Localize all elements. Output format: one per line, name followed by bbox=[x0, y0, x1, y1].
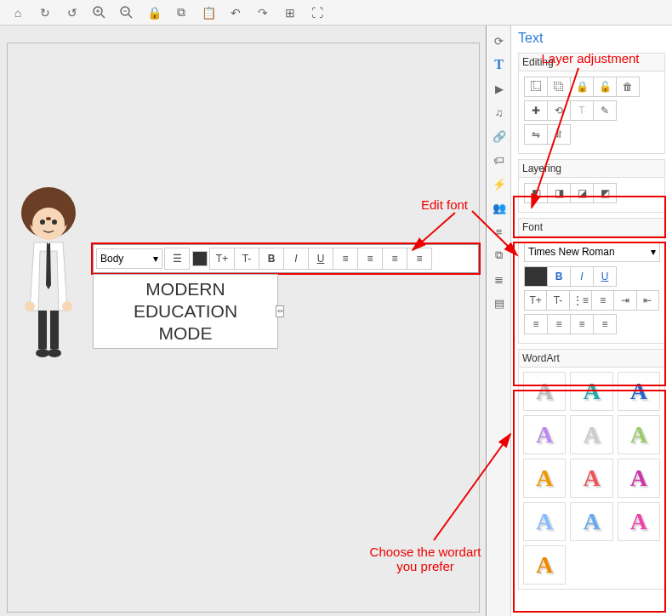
redo-icon[interactable]: ↻ bbox=[31, 3, 59, 23]
svg-point-10 bbox=[32, 208, 65, 240]
resize-handle-icon[interactable]: ⇔ bbox=[276, 305, 284, 317]
svg-point-13 bbox=[46, 217, 51, 220]
annotation-wordart: Choose the wordart you prefer bbox=[357, 545, 493, 573]
zoom-in-icon[interactable] bbox=[86, 3, 113, 23]
lock-icon[interactable]: 🔒 bbox=[570, 77, 594, 97]
panel-title: Text bbox=[518, 31, 665, 46]
users-icon[interactable]: 👥 bbox=[489, 197, 510, 219]
rotate-icon[interactable]: ⟲ bbox=[547, 100, 571, 121]
unlock-icon[interactable]: 🔓 bbox=[593, 77, 617, 97]
svg-point-11 bbox=[40, 220, 45, 225]
link-icon[interactable]: 🔗 bbox=[489, 125, 510, 147]
text-line: MODE bbox=[159, 322, 213, 345]
select-all-icon[interactable]: ⊞ bbox=[276, 3, 304, 23]
annotation-editfont: Edit font bbox=[421, 197, 468, 212]
svg-line-5 bbox=[128, 14, 132, 18]
layers-icon[interactable]: ⧉ bbox=[489, 244, 510, 266]
text-icon[interactable]: T bbox=[570, 100, 594, 121]
redo2-icon[interactable]: ↷ bbox=[249, 3, 276, 23]
side-toolbar: ⟳ T ▶ ♫ 🔗 🏷 ⚡ 👥 ≡ ⧉ ≣ ▤ bbox=[487, 26, 511, 616]
tag-icon[interactable]: 🏷 bbox=[489, 149, 510, 171]
undo2-icon[interactable]: ↶ bbox=[222, 3, 249, 23]
delete-icon[interactable]: 🗑 bbox=[616, 77, 640, 97]
svg-point-17 bbox=[48, 349, 61, 357]
layering-highlight bbox=[513, 196, 666, 238]
svg-point-12 bbox=[52, 220, 57, 225]
text-box[interactable]: MODERN EDUCATION MODE ⇔ bbox=[93, 274, 278, 349]
text-tool-icon[interactable]: T bbox=[489, 54, 510, 76]
copy-icon[interactable]: ⧉ bbox=[168, 3, 195, 23]
annotation-layer: Layer adjustment bbox=[514, 51, 667, 66]
font-highlight bbox=[513, 242, 666, 386]
svg-point-16 bbox=[36, 349, 49, 357]
lock-icon[interactable]: 🔒 bbox=[140, 3, 168, 23]
editing-section: ⿺ ⿻ 🔒 🔓 🗑 ✚ ⟲ T ✎ ⇋ ⥯ bbox=[518, 71, 665, 154]
text-line: EDUCATION bbox=[134, 300, 237, 322]
svg-point-18 bbox=[25, 301, 35, 311]
zoom-out-icon[interactable] bbox=[113, 3, 140, 23]
grid-icon[interactable]: ▤ bbox=[489, 292, 510, 314]
add-icon[interactable]: ✚ bbox=[524, 100, 548, 121]
list-icon[interactable]: ≡ bbox=[489, 220, 510, 242]
text-line: MODERN bbox=[145, 278, 225, 300]
top-toolbar: ⌂ ↻ ↺ 🔒 ⧉ 📋 ↶ ↷ ⊞ ⛶ bbox=[0, 0, 672, 26]
svg-point-19 bbox=[62, 301, 72, 311]
svg-rect-14 bbox=[38, 311, 47, 349]
lines-icon[interactable]: ≣ bbox=[489, 268, 510, 290]
video-icon[interactable]: ▶ bbox=[489, 77, 510, 100]
paste-icon[interactable]: 📋 bbox=[195, 3, 222, 23]
brush-icon[interactable]: ✎ bbox=[593, 100, 617, 121]
svg-line-1 bbox=[101, 14, 105, 18]
flip-h-icon[interactable]: ⇋ bbox=[524, 124, 548, 145]
edit-font-highlight bbox=[91, 242, 481, 275]
group-icon[interactable]: ⿺ bbox=[524, 77, 548, 97]
svg-rect-15 bbox=[50, 311, 59, 349]
refresh-icon[interactable]: ⟳ bbox=[489, 30, 510, 52]
music-icon[interactable]: ♫ bbox=[489, 101, 510, 123]
home-icon[interactable]: ⌂ bbox=[4, 3, 31, 23]
flip-v-icon[interactable]: ⥯ bbox=[547, 124, 571, 145]
character-clipart[interactable] bbox=[13, 183, 85, 362]
layering-section-header: Layering bbox=[518, 159, 665, 177]
wordart-highlight bbox=[513, 390, 666, 613]
ungroup-icon[interactable]: ⿻ bbox=[547, 77, 571, 97]
flash-icon[interactable]: ⚡ bbox=[489, 173, 510, 195]
undo-icon[interactable]: ↺ bbox=[59, 3, 86, 23]
fit-screen-icon[interactable]: ⛶ bbox=[304, 3, 331, 23]
